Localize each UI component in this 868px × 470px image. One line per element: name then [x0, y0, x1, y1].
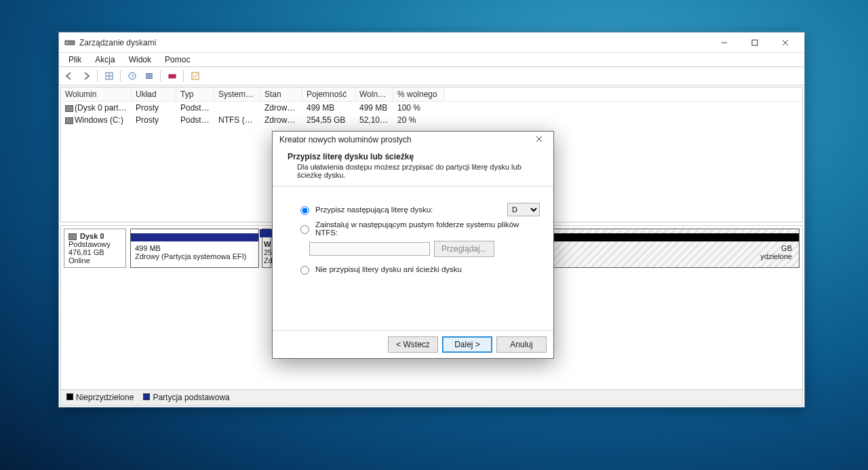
disk-icon	[68, 233, 77, 240]
dialog-title: Kreator nowych woluminów prostych	[279, 135, 530, 144]
disk-info[interactable]: Dysk 0 Podstawowy 476,81 GB Online	[64, 229, 126, 268]
volume-icon	[65, 117, 73, 124]
wizard-dialog: Kreator nowych woluminów prostych Przypi…	[272, 131, 554, 359]
menu-action[interactable]: Akcja	[88, 53, 121, 66]
dialog-titlebar: Kreator nowych woluminów prostych	[273, 132, 553, 148]
maximize-button[interactable]	[739, 33, 770, 52]
forward-icon[interactable]	[79, 68, 94, 83]
col-layout[interactable]: Układ	[132, 87, 176, 101]
table-row[interactable]: (Dysk 0 partycja 1) Prosty Podstaw... Zd…	[61, 102, 802, 114]
table-row[interactable]: Windows (C:) Prosty Podstaw... NTFS (Zas…	[61, 114, 802, 126]
legend-unallocated: Nieprzydzielone	[66, 393, 134, 402]
svg-rect-11	[146, 73, 153, 75]
toolbar-separator	[183, 70, 184, 82]
legend: Nieprzydzielone Partycja podstawowa	[61, 389, 802, 405]
drive-letter-select[interactable]: D	[507, 203, 540, 216]
radio-assign-letter[interactable]	[300, 206, 309, 215]
back-icon[interactable]	[62, 68, 77, 83]
toolbar-separator	[97, 70, 98, 82]
label-assign-letter: Przypisz następującą literę dysku:	[315, 205, 503, 214]
dialog-body: Przypisz następującą literę dysku: D Zai…	[273, 187, 553, 330]
dialog-footer: < Wstecz Dalej > Anuluj	[273, 330, 553, 358]
col-free[interactable]: Wolne ...	[355, 87, 393, 101]
radio-no-assign[interactable]	[300, 266, 309, 275]
grid-icon[interactable]	[102, 68, 117, 83]
close-button[interactable]	[770, 33, 800, 52]
dialog-close-button[interactable]	[530, 135, 548, 144]
svg-text:?: ?	[131, 73, 134, 79]
list-icon[interactable]	[142, 68, 157, 83]
menu-help[interactable]: Pomoc	[158, 53, 197, 66]
dialog-subheading: Dla ułatwienia dostępu możesz przypisać …	[288, 161, 544, 179]
label-no-assign: Nie przypisuj litery dysku ani ścieżki d…	[315, 265, 462, 273]
help-icon[interactable]: ?	[125, 68, 140, 83]
toolbar: ?	[59, 67, 804, 85]
legend-primary: Partycja podstawowa	[143, 393, 229, 402]
dialog-heading: Przypisz literę dysku lub ścieżkę	[288, 152, 414, 161]
minimize-button[interactable]	[709, 33, 739, 52]
col-type[interactable]: Typ	[176, 87, 214, 101]
radio-mount-folder[interactable]	[300, 225, 309, 234]
svg-rect-14	[169, 75, 176, 78]
col-status[interactable]: Stan	[260, 87, 302, 101]
toolbar-separator	[160, 70, 161, 82]
drive-icon[interactable]	[165, 68, 180, 83]
dialog-header: Przypisz literę dysku lub ścieżkę Dla uł…	[273, 148, 553, 187]
window-title: Zarządzanie dyskami	[79, 38, 709, 47]
next-button[interactable]: Dalej >	[442, 336, 492, 353]
check-icon[interactable]	[188, 68, 203, 83]
label-mount-folder: Zainstaluj w następującym pustym folderz…	[315, 220, 540, 237]
col-fs[interactable]: System plik...	[214, 87, 260, 101]
menu-file[interactable]: Plik	[62, 53, 88, 66]
svg-rect-3	[752, 40, 757, 45]
back-button[interactable]: < Wstecz	[388, 336, 438, 353]
col-volume[interactable]: Wolumin	[61, 87, 132, 101]
volume-icon	[65, 105, 73, 112]
mount-path-field	[309, 242, 430, 256]
app-icon	[64, 37, 75, 48]
toolbar-separator	[120, 70, 121, 82]
svg-point-1	[66, 42, 68, 43]
svg-rect-12	[146, 75, 153, 77]
svg-rect-13	[146, 77, 153, 79]
partition-windows[interactable]: W 25 Zd	[262, 229, 271, 268]
col-capacity[interactable]: Pojemność	[302, 87, 355, 101]
col-pct[interactable]: % wolnego	[393, 87, 445, 101]
titlebar: Zarządzanie dyskami	[59, 33, 804, 53]
partition-efi[interactable]: 499 MB Zdrowy (Partycja systemowa EFI)	[130, 229, 259, 268]
menubar: Plik Akcja Widok Pomoc	[59, 53, 804, 67]
menu-view[interactable]: Widok	[122, 53, 158, 66]
cancel-button[interactable]: Anuluj	[496, 336, 547, 353]
browse-button[interactable]: Przeglądaj...	[434, 241, 494, 257]
table-header: Wolumin Układ Typ System plik... Stan Po…	[61, 87, 802, 102]
